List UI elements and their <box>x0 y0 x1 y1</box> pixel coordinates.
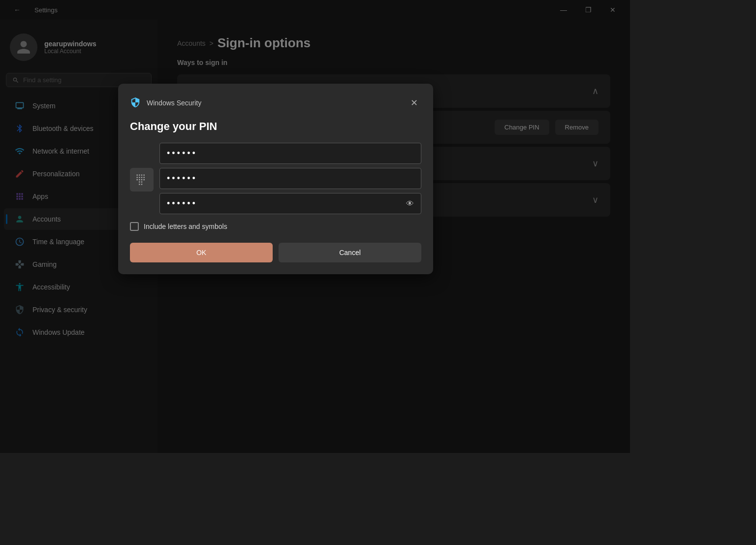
show-pin-eye-icon[interactable]: 👁 <box>406 199 414 208</box>
confirm-pin-dots: •••••• <box>167 198 197 209</box>
dialog-buttons: OK Cancel <box>130 243 421 262</box>
current-pin-dots: •••••• <box>167 148 197 159</box>
dialog-heading: Change your PIN <box>130 120 421 133</box>
ok-button[interactable]: OK <box>130 243 273 262</box>
change-pin-dialog: Windows Security ✕ Change your PIN •••••… <box>118 84 433 274</box>
pin-keypad-icon <box>130 168 154 192</box>
include-symbols-label: Include letters and symbols <box>144 223 227 230</box>
current-pin-field[interactable]: •••••• <box>159 143 421 164</box>
dialog-header: Windows Security ✕ <box>130 96 421 110</box>
cancel-button[interactable]: Cancel <box>279 243 421 262</box>
confirm-pin-field[interactable]: •••••• 👁 <box>159 193 421 214</box>
dialog-close-button[interactable]: ✕ <box>407 96 421 110</box>
new-pin-field[interactable]: •••••• <box>159 168 421 189</box>
pin-fields: •••••• •••••• •••••• 👁 <box>159 143 421 214</box>
new-pin-dots: •••••• <box>167 173 197 184</box>
dialog-title-text: Windows Security <box>147 99 201 107</box>
include-symbols-row: Include letters and symbols <box>130 222 421 231</box>
include-symbols-checkbox[interactable] <box>130 222 139 231</box>
windows-security-shield-icon <box>130 97 142 109</box>
pin-input-area: •••••• •••••• •••••• 👁 <box>130 143 421 214</box>
